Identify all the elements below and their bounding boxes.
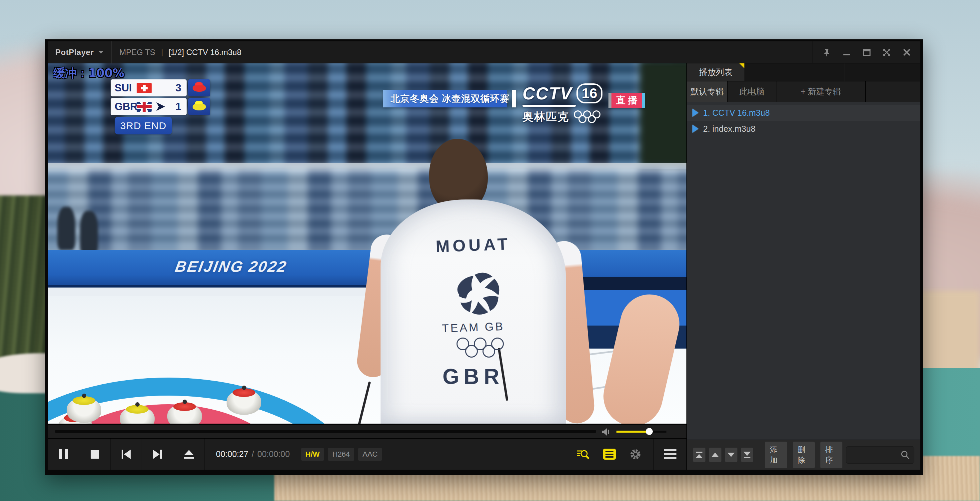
maximize-icon[interactable] [862,47,872,57]
move-top-button[interactable] [693,448,705,462]
red-stone-icon [192,85,206,92]
channel-number-text: 16 [576,83,603,104]
app-menu-button[interactable]: PotPlayer [48,48,94,57]
playlist-bottom-bar: 添加 删除 排序 [687,440,920,470]
scoreboard: SUI 3 GBR 1 [111,80,210,134]
playlist-tab-label: 播放列表 [699,67,732,78]
live-badge-text: 直播 [611,93,642,108]
album-tab-strip: 默认专辑 此电脑 + 新建专辑 [687,81,920,102]
channel-logo: CCTV 16 奥林匹克 [522,83,610,124]
play-triangle-icon [692,109,698,117]
previous-button[interactable] [111,439,142,470]
sort-button[interactable]: 排序 [820,442,842,468]
curling-stone-red [167,400,202,424]
open-eject-button[interactable] [173,439,205,470]
eject-icon [184,450,194,459]
minimize-icon[interactable] [842,47,852,57]
crowd-stands-lower [48,169,686,253]
event-caption-text: 北京冬奥会 冰壶混双循环赛 [391,93,509,105]
playlist-search-input[interactable] [846,446,914,464]
close-icon[interactable] [902,47,912,57]
playlist-toggle-icon[interactable] [603,448,616,460]
tab-new-album[interactable]: + 新建专辑 [776,81,866,102]
team2-name: GBR [115,101,137,113]
media-format-label: MPEG TS [119,48,155,57]
time-separator: / [251,449,254,459]
scoreboard-row-sui: SUI 3 [111,80,210,96]
hammer-indicator-icon [156,102,165,111]
team1-name: SUI [115,82,137,94]
video-area[interactable]: BEIJING 2022 [48,63,686,424]
tab-playlist[interactable]: 播放列表 [687,63,745,81]
seek-bar[interactable] [55,430,596,433]
stands-rail [48,163,686,169]
yellow-stone-icon [192,103,206,110]
channel-logo-underline [522,105,576,107]
olympic-rings-shirt [450,338,514,359]
pause-icon [59,449,68,459]
time-current: 00:00:27 [216,449,248,459]
volume-fill [616,431,649,432]
live-badge: 直播 [608,93,645,108]
osd-buffer-status: 缓冲：100% [53,65,124,81]
switzerland-flag-icon [137,83,152,93]
tab-this-pc[interactable]: 此电脑 [728,81,776,102]
curling-stone-red [227,386,261,415]
time-total: 00:00:00 [257,449,290,459]
channel-name-text: CCTV [522,83,573,104]
playlist-items: 1. CCTV 16.m3u8 2. index.m3u8 [687,102,920,440]
browse-search-icon[interactable] [576,448,590,460]
pin-icon[interactable] [822,47,832,57]
titlebar-separator: | [161,48,163,57]
shirt-country-text: GBR [380,364,566,389]
official-figure [80,211,98,254]
control-bar-right [576,439,653,470]
curling-stone-yellow [67,394,101,423]
media-title: [1/2] CCTV 16.m3u8 [169,48,242,57]
fullscreen-icon[interactable] [882,47,892,57]
play-triangle-icon [692,125,698,133]
team2-stone-indicator [188,98,210,115]
camera-tower [640,63,686,167]
titlebar[interactable]: PotPlayer MPEG TS | [1/2] CCTV 16.m3u8 [48,41,920,63]
rink-text: BEIJING 2022 [173,257,289,276]
move-down-button[interactable] [725,448,737,462]
potplayer-window: PotPlayer MPEG TS | [1/2] CCTV 16.m3u8 [45,39,923,475]
hw-decode-badge: H/W [301,448,324,461]
stop-button[interactable] [79,439,111,470]
next-icon [153,450,162,459]
search-icon [900,450,910,460]
playlist-item-label: 2. index.m3u8 [703,124,756,134]
team-gb-lion-icon [445,263,502,319]
menu-hamburger-button[interactable] [653,439,686,470]
next-button[interactable] [142,439,173,470]
add-button[interactable]: 添加 [765,442,787,468]
speaker-icon[interactable] [601,427,611,437]
channel-subtitle-text: 奥林匹克 [522,109,569,124]
volume-slider[interactable] [616,431,667,432]
tab-default-album[interactable]: 默认专辑 [687,81,728,102]
live-badge-left-strip [608,93,611,108]
playlist-item-current[interactable]: 1. CCTV 16.m3u8 [687,105,920,121]
end-label: 3RD END [115,117,172,134]
pause-button[interactable] [48,439,79,470]
settings-gear-icon[interactable] [629,448,642,461]
audio-codec-badge: AAC [358,448,382,461]
volume-knob[interactable] [646,428,653,435]
playlist-item[interactable]: 2. index.m3u8 [687,121,920,137]
time-display: 00:00:27 / 00:00:00 [205,439,301,470]
seek-row [48,424,686,438]
tab-corner-marker-icon [740,63,745,69]
banner-separator-bar [512,90,516,107]
move-up-button[interactable] [709,448,721,462]
curling-stone-yellow [120,402,154,424]
move-bottom-button[interactable] [741,448,753,462]
window-controls [812,41,920,63]
playlist-tab-strip: 播放列表 [687,63,920,81]
stop-icon [91,450,99,459]
official-figure [57,207,75,250]
previous-icon [122,450,130,459]
delete-button[interactable]: 删除 [793,442,815,468]
team1-score: 3 [176,82,183,94]
chevron-down-icon[interactable] [98,51,103,54]
